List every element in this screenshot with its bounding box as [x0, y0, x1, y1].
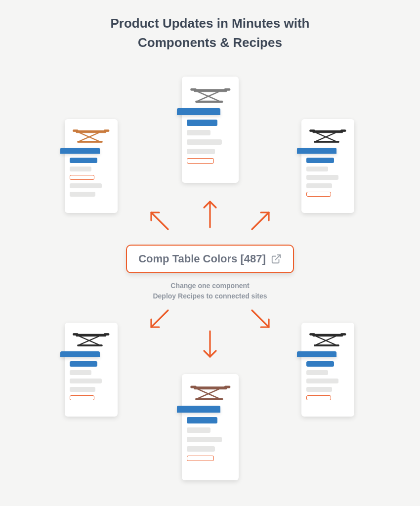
card-bar-text — [187, 437, 222, 442]
product-card-bottom-left — [65, 323, 118, 417]
component-pill-label: Comp Table Colors [487] — [138, 253, 266, 265]
product-card-bottom-right — [301, 323, 354, 417]
svg-line-8 — [151, 310, 168, 327]
card-bar-highlight — [70, 175, 94, 180]
card-bar-title — [306, 158, 334, 163]
svg-line-7 — [252, 212, 269, 229]
card-bar-text — [70, 370, 91, 375]
product-thumb — [306, 328, 349, 351]
card-bar-highlight — [70, 395, 94, 400]
arrow-down-right-icon — [249, 307, 273, 331]
product-card-bottom-center — [182, 374, 239, 480]
subtext-line-1: Change one component — [170, 282, 249, 290]
card-bar-title — [70, 158, 97, 163]
subtext-line-2: Deploy Recipes to connected sites — [153, 292, 267, 300]
title-line-2: Components & Recipes — [138, 35, 282, 50]
card-bar-text — [70, 167, 91, 171]
product-thumb — [187, 379, 234, 406]
card-bar-text — [306, 379, 338, 383]
arrow-up-icon — [202, 199, 218, 228]
card-bar-highlight — [187, 456, 214, 461]
card-bar-text — [187, 130, 210, 135]
card-bar-text — [70, 183, 102, 188]
card-bar-text — [306, 167, 328, 171]
card-bar-text — [306, 175, 338, 180]
card-bar-title — [187, 120, 217, 126]
svg-line-4 — [275, 255, 280, 260]
card-tab — [177, 406, 220, 413]
card-tab — [297, 351, 336, 357]
diagram-title: Product Updates in Minutes with Componen… — [0, 14, 420, 52]
card-tab — [297, 148, 336, 154]
card-bar-text — [187, 149, 215, 154]
svg-line-9 — [252, 310, 269, 327]
arrow-up-left-icon — [147, 209, 171, 232]
card-bar-title — [306, 361, 334, 367]
card-bar-text — [187, 139, 222, 145]
table-icon — [309, 127, 347, 144]
card-bar-text — [70, 192, 95, 197]
product-card-top-right — [301, 119, 354, 213]
card-tab — [60, 351, 100, 357]
component-pill[interactable]: Comp Table Colors [487] — [126, 245, 294, 273]
card-bar-text — [187, 446, 215, 452]
card-tab — [177, 108, 220, 115]
product-thumb — [187, 82, 234, 109]
table-icon — [309, 331, 347, 348]
product-card-top-left — [65, 119, 118, 213]
card-bar-title — [70, 361, 97, 367]
card-bar-highlight — [306, 192, 331, 197]
table-icon — [72, 331, 110, 348]
product-thumb — [70, 124, 113, 148]
card-bar-text — [306, 387, 332, 392]
card-bar-text — [70, 387, 95, 392]
external-link-icon — [271, 253, 282, 264]
card-bar-text — [187, 427, 210, 433]
card-bar-text — [306, 370, 328, 375]
svg-line-6 — [151, 212, 168, 229]
product-card-top-center — [182, 77, 239, 183]
card-bar-highlight — [306, 395, 331, 400]
table-icon — [72, 127, 110, 144]
card-bar-highlight — [187, 158, 214, 164]
arrow-up-right-icon — [249, 209, 273, 232]
arrow-down-icon — [202, 330, 218, 360]
table-icon — [190, 86, 231, 104]
product-thumb — [306, 124, 349, 148]
diagram-subtext: Change one component Deploy Recipes to c… — [0, 281, 420, 301]
product-thumb — [70, 328, 113, 351]
card-tab — [60, 148, 100, 154]
card-bar-text — [306, 183, 332, 188]
table-icon — [190, 383, 231, 402]
title-line-1: Product Updates in Minutes with — [110, 16, 309, 31]
card-bar-title — [187, 417, 217, 423]
arrow-down-left-icon — [147, 307, 171, 331]
card-bar-text — [70, 379, 102, 383]
